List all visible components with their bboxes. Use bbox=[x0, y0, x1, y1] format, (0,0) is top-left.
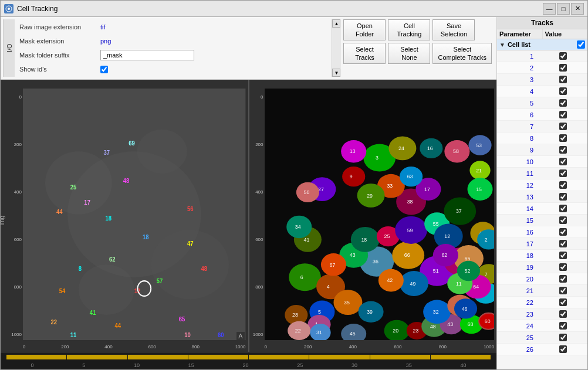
track-checkbox[interactable] bbox=[559, 298, 567, 306]
svg-text:56: 56 bbox=[187, 206, 194, 213]
track-number: 8 bbox=[497, 135, 538, 142]
track-row: 24 bbox=[497, 320, 587, 332]
track-checkbox[interactable] bbox=[559, 216, 567, 224]
track-number: 18 bbox=[497, 252, 538, 259]
track-check-cell bbox=[538, 52, 587, 60]
track-checkbox[interactable] bbox=[559, 64, 567, 72]
cell-list-label: Cell list bbox=[508, 41, 575, 48]
svg-text:8: 8 bbox=[79, 265, 82, 272]
select-tracks-button[interactable]: SelectTracks bbox=[343, 43, 386, 64]
track-check-cell bbox=[538, 345, 587, 353]
timeline-bar-4 bbox=[188, 355, 248, 359]
track-checkbox[interactable] bbox=[559, 205, 567, 212]
track-row: 21 bbox=[497, 285, 587, 297]
close-button[interactable]: ✕ bbox=[571, 3, 584, 15]
svg-text:47: 47 bbox=[187, 240, 194, 247]
window-controls: — □ ✕ bbox=[543, 3, 584, 15]
track-checkbox[interactable] bbox=[559, 310, 567, 318]
scroll-down-btn[interactable]: ▼ bbox=[332, 69, 340, 77]
maximize-button[interactable]: □ bbox=[557, 3, 570, 15]
track-row: 25 bbox=[497, 332, 587, 344]
track-row: 13 bbox=[497, 191, 587, 203]
svg-text:29: 29 bbox=[367, 192, 373, 198]
mask-folder-label: Mask folder suffix bbox=[19, 52, 96, 59]
track-checkbox[interactable] bbox=[559, 134, 567, 142]
svg-text:48: 48 bbox=[201, 265, 208, 272]
track-checkbox[interactable] bbox=[559, 87, 567, 95]
track-row: 23 bbox=[497, 308, 587, 320]
select-none-button[interactable]: SelectNone bbox=[388, 43, 430, 64]
track-checkbox[interactable] bbox=[559, 169, 567, 177]
svg-point-33 bbox=[289, 263, 321, 291]
svg-text:11: 11 bbox=[455, 280, 461, 286]
mask-folder-input[interactable] bbox=[100, 50, 194, 60]
minimize-button[interactable]: — bbox=[543, 3, 556, 15]
track-row: 4 bbox=[497, 86, 587, 97]
track-checkbox[interactable] bbox=[559, 287, 567, 294]
svg-text:36: 36 bbox=[373, 259, 379, 264]
raw-image-value: tif bbox=[100, 23, 106, 30]
track-checkbox[interactable] bbox=[559, 275, 567, 283]
svg-text:60: 60 bbox=[218, 331, 224, 338]
cell-list-toggle[interactable]: ▼ bbox=[499, 42, 505, 48]
track-checkbox[interactable] bbox=[559, 111, 567, 118]
raw-image-row: Raw image extension tif bbox=[19, 21, 327, 33]
app-icon bbox=[4, 4, 13, 13]
cell-tracking-button[interactable]: CellTracking bbox=[388, 19, 430, 40]
cell-list-all-checkbox[interactable] bbox=[577, 40, 585, 49]
track-row: 3 bbox=[497, 74, 587, 86]
color-canvas: 6 4 5 35 39 28 41 bbox=[265, 89, 495, 340]
track-checkbox[interactable] bbox=[559, 322, 567, 330]
save-selection-button[interactable]: SaveSelection bbox=[432, 19, 475, 40]
track-checkbox[interactable] bbox=[559, 99, 567, 107]
track-number: 2 bbox=[497, 65, 538, 72]
timeline-bars bbox=[6, 355, 491, 363]
svg-text:17: 17 bbox=[424, 186, 430, 192]
track-checkbox[interactable] bbox=[559, 146, 567, 154]
timeline-bar-6 bbox=[309, 355, 369, 359]
img-axis-label: Img bbox=[1, 216, 5, 226]
toolbar-row-1: OpenFolder CellTracking SaveSelection bbox=[343, 19, 492, 40]
svg-text:62: 62 bbox=[109, 256, 116, 263]
track-number: 5 bbox=[497, 100, 538, 107]
track-checkbox[interactable] bbox=[559, 181, 567, 189]
main-content: I/O Raw image extension tif Mask extensi… bbox=[1, 17, 587, 369]
track-checkbox[interactable] bbox=[559, 252, 567, 259]
track-check-cell bbox=[538, 322, 587, 330]
track-checkbox[interactable] bbox=[559, 263, 567, 271]
track-checkbox[interactable] bbox=[559, 345, 567, 353]
track-check-cell bbox=[538, 252, 587, 259]
open-folder-button[interactable]: OpenFolder bbox=[343, 19, 386, 40]
track-checkbox[interactable] bbox=[559, 228, 567, 236]
select-complete-tracks-button[interactable]: SelectComplete Tracks bbox=[432, 43, 492, 64]
track-checkbox[interactable] bbox=[559, 123, 567, 130]
track-check-cell bbox=[538, 240, 587, 247]
track-checkbox[interactable] bbox=[559, 158, 567, 165]
track-number: 10 bbox=[497, 158, 538, 165]
track-checkbox[interactable] bbox=[559, 193, 567, 201]
track-checkbox[interactable] bbox=[559, 240, 567, 247]
svg-text:21: 21 bbox=[476, 167, 482, 173]
track-check-cell bbox=[538, 146, 587, 154]
show-ids-label: Show id's bbox=[19, 66, 96, 73]
track-row: 12 bbox=[497, 179, 587, 191]
y-axis-right: 0 200 400 600 800 1000 bbox=[252, 94, 263, 337]
svg-text:23: 23 bbox=[413, 328, 418, 334]
track-checkbox[interactable] bbox=[559, 334, 567, 341]
svg-text:7: 7 bbox=[484, 271, 487, 277]
settings-panel: Raw image extension tif Mask extension p… bbox=[17, 19, 329, 77]
scroll-up-btn[interactable]: ▲ bbox=[332, 19, 340, 28]
tracks-list[interactable]: 1234567891011121314151617181920212223242… bbox=[497, 50, 587, 369]
track-checkbox[interactable] bbox=[559, 76, 567, 83]
show-ids-checkbox[interactable] bbox=[100, 66, 108, 73]
svg-text:68: 68 bbox=[467, 321, 473, 327]
track-checkbox[interactable] bbox=[559, 52, 567, 60]
track-number: 7 bbox=[497, 123, 538, 130]
track-row: 15 bbox=[497, 215, 587, 226]
svg-text:6: 6 bbox=[300, 274, 303, 280]
track-row: 10 bbox=[497, 156, 587, 168]
x-axis-bottom-left: 0 200 400 600 800 1000 bbox=[23, 344, 246, 349]
track-number: 14 bbox=[497, 205, 538, 212]
left-panel: I/O Raw image extension tif Mask extensi… bbox=[1, 17, 496, 369]
track-number: 1 bbox=[497, 53, 538, 60]
